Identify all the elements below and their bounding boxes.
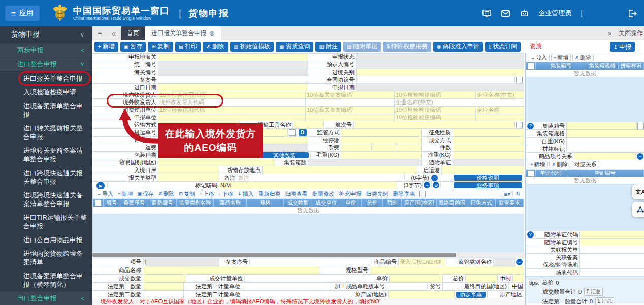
sidebar-item[interactable]: 进境跨境快速通关备案清单整合申报 (0, 188, 92, 211)
workbench-icon[interactable] (482, 9, 492, 18)
circle-icon-button[interactable]: − (516, 259, 523, 265)
toolbar-button[interactable]: ▥初始值模板 (230, 42, 274, 52)
form-input[interactable]: 备注 (237, 174, 405, 181)
form-input[interactable] (357, 61, 524, 69)
form-input[interactable] (357, 69, 524, 76)
form-input[interactable] (306, 114, 395, 121)
form-input[interactable] (476, 114, 524, 121)
form-action-button[interactable]: 业务事项 (454, 182, 522, 188)
refresh-icon[interactable]: ↻ (516, 191, 521, 197)
form-input[interactable] (453, 152, 524, 159)
sidebar-item[interactable]: 进口TIR运输报关单整合申报 (0, 211, 92, 233)
select-all-checkbox[interactable] (528, 170, 534, 177)
form-input[interactable] (443, 283, 463, 290)
form-input[interactable] (390, 275, 443, 282)
circle-icon-button[interactable]: ? (527, 123, 534, 129)
form-input[interactable] (357, 76, 515, 83)
sidebar-group[interactable]: 进口整合申报∨ (0, 57, 92, 72)
form-input[interactable] (341, 129, 422, 136)
goods-toolbar-button[interactable]: 批量修改 (310, 190, 336, 198)
form-input[interactable]: 10位检验检疫编码 (395, 91, 476, 98)
form-input[interactable] (143, 275, 186, 282)
form-input[interactable] (580, 246, 644, 253)
panel-button[interactable]: →导入 (528, 54, 550, 61)
goods-toolbar-button[interactable]: ↑上移 (198, 190, 216, 198)
form-input[interactable] (158, 54, 308, 61)
sidebar-group[interactable]: 出口整合申报< (0, 291, 92, 305)
sum-button[interactable]: Σ 汇总 (584, 288, 603, 296)
form-input[interactable] (354, 121, 515, 128)
form-input[interactable] (397, 144, 422, 151)
goods-toolbar-button[interactable]: 归类先例 (364, 190, 390, 198)
toolbar-button[interactable]: $特许权使用费 (383, 42, 431, 52)
form-input[interactable] (341, 152, 422, 159)
select-all-checkbox[interactable] (528, 63, 534, 70)
goods-toolbar-button[interactable]: 重新归类 (256, 190, 282, 198)
form-input[interactable] (567, 145, 644, 152)
form-input[interactable] (245, 275, 364, 282)
goods-toolbar-button[interactable]: ▣保存 (135, 190, 156, 198)
mail-icon[interactable] (501, 9, 510, 18)
tab-close-icon[interactable]: ⊗ (209, 29, 215, 37)
toolbar-button[interactable]: ⊞复制 (148, 42, 173, 52)
form-input[interactable]: 10位海关备案编码 (306, 107, 395, 114)
form-input[interactable]: 18位社会信用代码 (158, 107, 306, 114)
form-input[interactable] (567, 130, 644, 137)
form-input[interactable] (580, 261, 644, 268)
sidebar-item-active[interactable]: 进口报关单整合申报 (0, 72, 92, 85)
form-input[interactable] (494, 258, 515, 266)
form-input[interactable] (357, 54, 524, 61)
sidebar-item[interactable]: 进境备案清单整合申报（横琴简化） (0, 269, 92, 291)
form-input[interactable] (263, 166, 417, 174)
assistant-robot-icon[interactable] (520, 9, 529, 18)
close-operations-button[interactable]: 关闭操作 (619, 29, 643, 38)
toolbar-button[interactable]: ▧附注 (315, 42, 341, 52)
form-input[interactable]: 录入后按Enter键 (399, 258, 445, 266)
form-input[interactable]: 10位检验检疫编码 (395, 114, 476, 121)
tab-scroll-right-icon[interactable]: » (608, 30, 611, 37)
form-input[interactable] (293, 121, 324, 128)
circle-icon-button[interactable]: ⊙ (433, 182, 439, 188)
checkbox[interactable] (516, 122, 523, 128)
form-input[interactable]: 境外收发货人代码 (158, 99, 306, 106)
form-input[interactable] (453, 137, 524, 144)
panel-button[interactable]: +新增 (551, 54, 571, 61)
form-input[interactable] (580, 254, 644, 261)
form-input[interactable] (158, 84, 308, 91)
goods-toolbar-button[interactable]: ↧插入 (236, 190, 256, 198)
tab-scroll-left-icon[interactable]: « (107, 26, 121, 40)
sum-button[interactable]: Σ 汇总 (595, 297, 614, 305)
form-input[interactable] (143, 283, 184, 290)
form-action-button[interactable]: 协定享惠 (456, 292, 486, 298)
form-input[interactable] (250, 258, 370, 266)
select-all-checkbox[interactable] (95, 199, 102, 206)
sidebar-item[interactable]: 进口转关提前报关整合申报 (0, 121, 92, 144)
toolbar-button[interactable]: ✗删除 (203, 42, 228, 52)
form-input[interactable] (242, 283, 331, 290)
form-input[interactable] (306, 99, 395, 106)
goods-toolbar-button[interactable]: ⊞复制 (177, 190, 197, 198)
qualification-link[interactable]: 资质 (530, 42, 542, 51)
sidebar-item[interactable]: 进口跨境快速通关报关整合申报 (0, 166, 92, 188)
apps-menu-button[interactable]: ≡ 应用 (5, 6, 40, 21)
form-input[interactable] (158, 114, 306, 121)
form-input[interactable] (580, 231, 644, 238)
form-input[interactable]: N/M (219, 182, 397, 189)
form-input[interactable] (567, 138, 644, 145)
panel-button[interactable]: ✗删除 (572, 54, 594, 61)
form-input[interactable] (453, 129, 524, 136)
toolbar-button[interactable]: ▤打印 (175, 42, 201, 52)
panel-button[interactable]: 对应关系 (572, 161, 599, 168)
sidebar-root-cargo-declare[interactable]: 货物申报 ∨ (0, 26, 92, 43)
circle-icon-button[interactable]: ? (527, 231, 534, 238)
circle-icon-button[interactable]: − (431, 175, 438, 181)
sidebar-item[interactable]: 入境检验检疫申请 (0, 85, 92, 99)
form-input[interactable] (574, 153, 636, 160)
horizontal-scrollbar[interactable] (92, 252, 525, 258)
relation-graph-float-button[interactable] (632, 202, 644, 217)
form-input[interactable] (513, 275, 524, 282)
checkbox[interactable] (637, 123, 644, 129)
translate-float-button[interactable]: 文A (632, 184, 644, 199)
form-input[interactable] (341, 144, 372, 151)
goods-toolbar-button[interactable]: 归类查看 (283, 190, 309, 198)
